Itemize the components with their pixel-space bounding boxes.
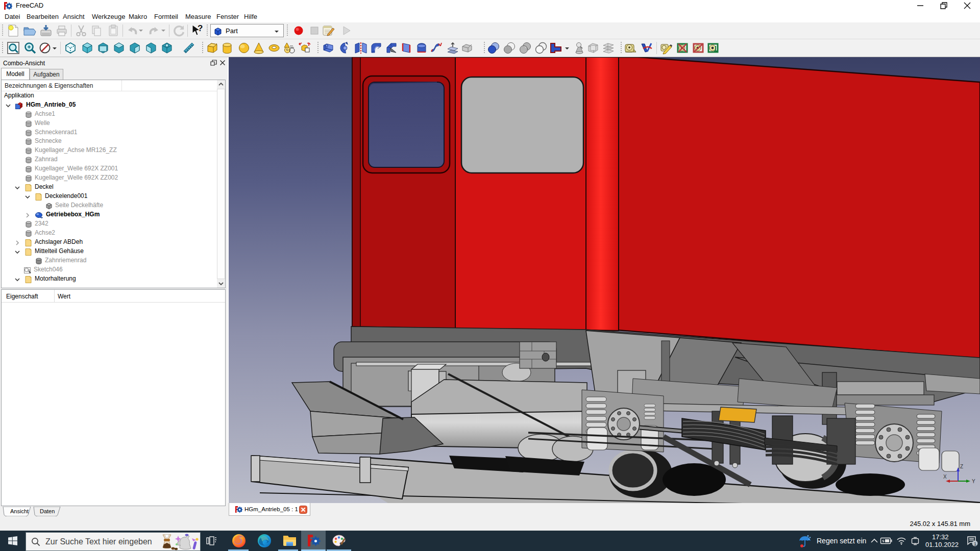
svg-text:Z: Z (960, 464, 963, 469)
svg-text:1: 1 (974, 541, 976, 546)
svg-text:Ansicht: Ansicht (10, 508, 29, 514)
svg-text:Daten: Daten (40, 508, 55, 514)
svg-text:Y: Y (972, 479, 975, 484)
svg-text:X: X (943, 474, 947, 480)
svg-text:?: ? (198, 24, 203, 33)
